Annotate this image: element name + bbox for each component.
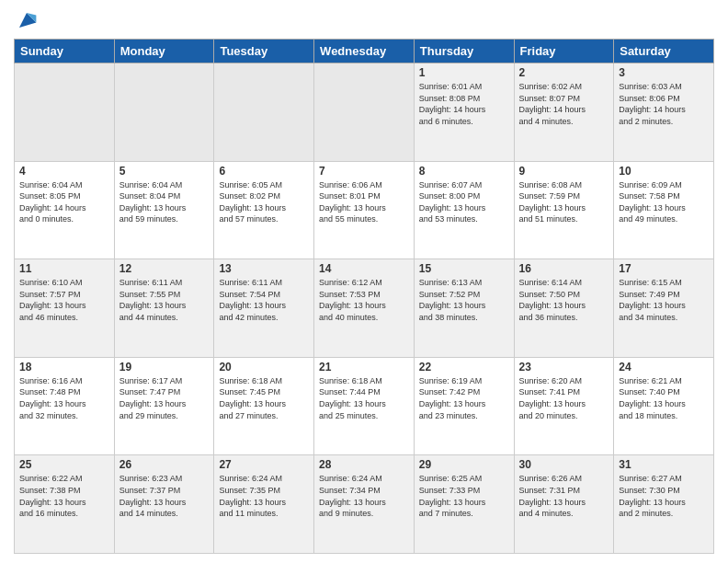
day-info: Sunrise: 6:16 AMSunset: 7:48 PMDaylight:… [19, 375, 109, 421]
calendar-cell: 10Sunrise: 6:09 AMSunset: 7:58 PMDayligh… [614, 161, 714, 259]
calendar-header-sunday: Sunday [15, 40, 115, 63]
day-info: Sunrise: 6:23 AMSunset: 7:37 PMDaylight:… [119, 473, 210, 519]
day-info: Sunrise: 6:25 AMSunset: 7:33 PMDaylight:… [419, 473, 509, 519]
calendar-table: SundayMondayTuesdayWednesdayThursdayFrid… [14, 39, 714, 554]
day-number: 13 [219, 262, 309, 275]
day-info: Sunrise: 6:05 AMSunset: 8:02 PMDaylight:… [219, 179, 309, 225]
day-number: 16 [519, 262, 609, 275]
day-number: 24 [619, 361, 709, 373]
header [14, 9, 714, 31]
day-number: 4 [19, 165, 109, 178]
calendar-cell: 24Sunrise: 6:21 AMSunset: 7:40 PMDayligh… [614, 357, 714, 455]
calendar-header-tuesday: Tuesday [214, 40, 314, 63]
calendar-cell [15, 63, 115, 162]
day-info: Sunrise: 6:10 AMSunset: 7:57 PMDaylight:… [19, 277, 109, 323]
calendar-cell: 25Sunrise: 6:22 AMSunset: 7:38 PMDayligh… [15, 455, 115, 554]
calendar-week-3: 11Sunrise: 6:10 AMSunset: 7:57 PMDayligh… [15, 259, 714, 358]
calendar-cell: 5Sunrise: 6:04 AMSunset: 8:04 PMDaylight… [114, 161, 214, 259]
day-number: 1 [419, 66, 509, 79]
day-number: 15 [419, 262, 509, 275]
day-info: Sunrise: 6:18 AMSunset: 7:44 PMDaylight:… [319, 375, 409, 421]
calendar-cell [314, 63, 415, 162]
day-info: Sunrise: 6:04 AMSunset: 8:04 PMDaylight:… [119, 179, 210, 225]
day-info: Sunrise: 6:21 AMSunset: 7:40 PMDaylight:… [619, 375, 709, 421]
calendar-cell: 9Sunrise: 6:08 AMSunset: 7:59 PMDaylight… [514, 161, 614, 259]
calendar-cell: 4Sunrise: 6:04 AMSunset: 8:05 PMDaylight… [15, 161, 115, 259]
calendar-cell [214, 63, 314, 162]
day-number: 18 [19, 361, 109, 373]
day-number: 5 [119, 165, 210, 178]
day-info: Sunrise: 6:02 AMSunset: 8:07 PMDaylight:… [519, 81, 609, 127]
calendar-cell: 22Sunrise: 6:19 AMSunset: 7:42 PMDayligh… [414, 357, 514, 455]
calendar-cell: 18Sunrise: 6:16 AMSunset: 7:48 PMDayligh… [15, 357, 115, 455]
calendar-cell: 23Sunrise: 6:20 AMSunset: 7:41 PMDayligh… [514, 357, 614, 455]
calendar-header-friday: Friday [514, 40, 614, 63]
calendar-header-monday: Monday [114, 40, 214, 63]
calendar-cell: 15Sunrise: 6:13 AMSunset: 7:52 PMDayligh… [414, 259, 514, 358]
day-number: 29 [419, 458, 509, 471]
calendar-cell: 13Sunrise: 6:11 AMSunset: 7:54 PMDayligh… [214, 259, 314, 358]
calendar-week-5: 25Sunrise: 6:22 AMSunset: 7:38 PMDayligh… [15, 455, 714, 554]
calendar-header-wednesday: Wednesday [314, 40, 415, 63]
calendar-header-thursday: Thursday [414, 40, 514, 63]
day-number: 21 [319, 361, 409, 373]
calendar-week-1: 1Sunrise: 6:01 AMSunset: 8:08 PMDaylight… [15, 63, 714, 162]
day-number: 2 [519, 66, 609, 79]
day-info: Sunrise: 6:04 AMSunset: 8:05 PMDaylight:… [19, 179, 109, 225]
day-info: Sunrise: 6:15 AMSunset: 7:49 PMDaylight:… [619, 277, 709, 323]
day-info: Sunrise: 6:17 AMSunset: 7:47 PMDaylight:… [119, 375, 210, 421]
day-info: Sunrise: 6:06 AMSunset: 8:01 PMDaylight:… [319, 179, 409, 225]
day-number: 8 [419, 165, 509, 178]
day-number: 11 [19, 262, 109, 275]
calendar-cell: 31Sunrise: 6:27 AMSunset: 7:30 PMDayligh… [614, 455, 714, 554]
logo [14, 9, 38, 31]
calendar-cell: 11Sunrise: 6:10 AMSunset: 7:57 PMDayligh… [15, 259, 115, 358]
calendar-cell: 2Sunrise: 6:02 AMSunset: 8:07 PMDaylight… [514, 63, 614, 162]
day-number: 30 [519, 458, 609, 471]
day-number: 6 [219, 165, 309, 178]
page: SundayMondayTuesdayWednesdayThursdayFrid… [0, 0, 728, 563]
calendar-cell: 19Sunrise: 6:17 AMSunset: 7:47 PMDayligh… [114, 357, 214, 455]
calendar-cell: 7Sunrise: 6:06 AMSunset: 8:01 PMDaylight… [314, 161, 415, 259]
calendar-cell: 17Sunrise: 6:15 AMSunset: 7:49 PMDayligh… [614, 259, 714, 358]
day-number: 27 [219, 458, 309, 471]
day-number: 10 [619, 165, 709, 178]
day-info: Sunrise: 6:27 AMSunset: 7:30 PMDaylight:… [619, 473, 709, 519]
day-info: Sunrise: 6:01 AMSunset: 8:08 PMDaylight:… [419, 81, 509, 127]
day-info: Sunrise: 6:19 AMSunset: 7:42 PMDaylight:… [419, 375, 509, 421]
calendar-cell: 21Sunrise: 6:18 AMSunset: 7:44 PMDayligh… [314, 357, 415, 455]
day-info: Sunrise: 6:11 AMSunset: 7:55 PMDaylight:… [119, 277, 210, 323]
day-info: Sunrise: 6:03 AMSunset: 8:06 PMDaylight:… [619, 81, 709, 127]
day-number: 9 [519, 165, 609, 178]
day-info: Sunrise: 6:12 AMSunset: 7:53 PMDaylight:… [319, 277, 409, 323]
logo-icon [16, 9, 38, 31]
calendar-cell: 1Sunrise: 6:01 AMSunset: 8:08 PMDaylight… [414, 63, 514, 162]
calendar-week-4: 18Sunrise: 6:16 AMSunset: 7:48 PMDayligh… [15, 357, 714, 455]
day-number: 31 [619, 458, 709, 471]
day-number: 23 [519, 361, 609, 373]
day-info: Sunrise: 6:07 AMSunset: 8:00 PMDaylight:… [419, 179, 509, 225]
calendar-cell: 3Sunrise: 6:03 AMSunset: 8:06 PMDaylight… [614, 63, 714, 162]
calendar-cell: 30Sunrise: 6:26 AMSunset: 7:31 PMDayligh… [514, 455, 614, 554]
day-number: 22 [419, 361, 509, 373]
calendar-cell: 27Sunrise: 6:24 AMSunset: 7:35 PMDayligh… [214, 455, 314, 554]
day-info: Sunrise: 6:13 AMSunset: 7:52 PMDaylight:… [419, 277, 509, 323]
day-info: Sunrise: 6:08 AMSunset: 7:59 PMDaylight:… [519, 179, 609, 225]
calendar-cell: 29Sunrise: 6:25 AMSunset: 7:33 PMDayligh… [414, 455, 514, 554]
calendar-week-2: 4Sunrise: 6:04 AMSunset: 8:05 PMDaylight… [15, 161, 714, 259]
calendar-cell: 26Sunrise: 6:23 AMSunset: 7:37 PMDayligh… [114, 455, 214, 554]
calendar-cell: 20Sunrise: 6:18 AMSunset: 7:45 PMDayligh… [214, 357, 314, 455]
calendar-header-row: SundayMondayTuesdayWednesdayThursdayFrid… [15, 40, 714, 63]
day-number: 3 [619, 66, 709, 79]
calendar-cell: 14Sunrise: 6:12 AMSunset: 7:53 PMDayligh… [314, 259, 415, 358]
day-number: 20 [219, 361, 309, 373]
calendar-cell: 6Sunrise: 6:05 AMSunset: 8:02 PMDaylight… [214, 161, 314, 259]
day-number: 26 [119, 458, 210, 471]
calendar-header-saturday: Saturday [614, 40, 714, 63]
day-number: 19 [119, 361, 210, 373]
calendar-cell: 8Sunrise: 6:07 AMSunset: 8:00 PMDaylight… [414, 161, 514, 259]
day-number: 14 [319, 262, 409, 275]
calendar-cell: 28Sunrise: 6:24 AMSunset: 7:34 PMDayligh… [314, 455, 415, 554]
day-info: Sunrise: 6:14 AMSunset: 7:50 PMDaylight:… [519, 277, 609, 323]
calendar-cell: 16Sunrise: 6:14 AMSunset: 7:50 PMDayligh… [514, 259, 614, 358]
